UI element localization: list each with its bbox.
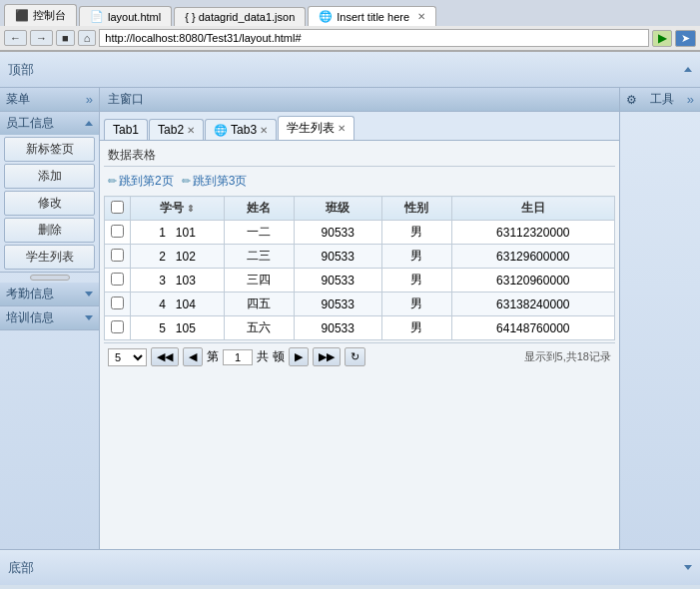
main-tab-3[interactable]: 🌐 Tab3 ✕ bbox=[205, 119, 277, 140]
row-num: 1 101 bbox=[131, 221, 225, 245]
stop-button[interactable]: ■ bbox=[56, 30, 75, 46]
row-gender: 男 bbox=[381, 221, 451, 245]
goto-page2-link[interactable]: 跳到第2页 bbox=[108, 173, 174, 190]
page-prefix: 第 bbox=[207, 348, 219, 365]
prev-page-button[interactable]: ◀ bbox=[183, 347, 203, 366]
employee-section-label: 员工信息 bbox=[6, 115, 54, 132]
row-checkbox-cell bbox=[105, 269, 131, 293]
select-all-checkbox[interactable] bbox=[111, 201, 124, 214]
row-num: 2 102 bbox=[131, 245, 225, 269]
forward-button[interactable]: → bbox=[30, 30, 53, 46]
row-num: 3 103 bbox=[131, 269, 225, 293]
last-page-button[interactable]: ▶▶ bbox=[313, 347, 341, 366]
row-checkbox[interactable] bbox=[111, 225, 124, 238]
pagination: 5 10 20 50 ◀◀ ◀ 第 共 顿 ▶ ▶▶ ↻ 显示到5,共18记录 bbox=[104, 342, 615, 370]
table-row: 4 104 四五 90533 男 63138240000 bbox=[105, 293, 615, 316]
table-row: 2 102 二三 90533 男 63129600000 bbox=[105, 245, 615, 269]
main-tab-3-icon: 🌐 bbox=[214, 124, 228, 137]
row-class: 90533 bbox=[294, 221, 381, 245]
layout-tab-icon: 📄 bbox=[90, 10, 104, 23]
col-header-birthday: 生日 bbox=[451, 197, 614, 221]
action-bar: 跳到第2页 跳到第3页 bbox=[104, 171, 615, 192]
bottom-bar-expand-icon[interactable] bbox=[684, 565, 692, 570]
main-tab-2[interactable]: Tab2 ✕ bbox=[149, 119, 204, 140]
student-list-button[interactable]: 学生列表 bbox=[4, 245, 95, 270]
col-header-checkbox bbox=[105, 197, 131, 221]
table-header-row: 学号 ⇕ 姓名 班级 性别 生日 bbox=[105, 197, 615, 221]
total-pages-label: 共 bbox=[257, 348, 269, 365]
main-window: 主窗口 Tab1 Tab2 ✕ 🌐 Tab3 ✕ 学生列表 ✕ bbox=[100, 88, 620, 549]
new-tab-button[interactable]: 新标签页 bbox=[4, 137, 95, 162]
table-row: 5 105 五六 90533 男 64148760000 bbox=[105, 316, 615, 340]
sidebar-section-attendance-header[interactable]: 考勤信息 bbox=[0, 283, 99, 305]
browser-tab-layout[interactable]: 📄 layout.html bbox=[79, 6, 172, 26]
browser-tab-active[interactable]: 🌐 Insert title here ✕ bbox=[308, 6, 436, 26]
main-tab-4[interactable]: 学生列表 ✕ bbox=[278, 116, 354, 140]
top-bar-collapse-icon[interactable] bbox=[684, 67, 692, 72]
tools-icon: ⚙ bbox=[626, 93, 637, 107]
sidebar-section-training: 培训信息 bbox=[0, 306, 99, 330]
row-checkbox[interactable] bbox=[111, 249, 124, 262]
first-page-button[interactable]: ◀◀ bbox=[151, 347, 179, 366]
row-checkbox-cell bbox=[105, 245, 131, 269]
main-tab-1[interactable]: Tab1 bbox=[104, 119, 148, 140]
row-checkbox[interactable] bbox=[111, 320, 124, 333]
tools-header: ⚙ 工具 » bbox=[620, 88, 700, 112]
active-tab-close[interactable]: ✕ bbox=[417, 11, 425, 22]
browser-tab-console[interactable]: ⬛ 控制台 bbox=[4, 4, 77, 26]
main-tab-2-close[interactable]: ✕ bbox=[187, 125, 195, 136]
row-checkbox-cell bbox=[105, 293, 131, 316]
delete-button[interactable]: 删除 bbox=[4, 218, 95, 243]
bottom-bar: 底部 bbox=[0, 549, 700, 585]
employee-section-toggle-icon[interactable] bbox=[85, 121, 93, 126]
data-table: 学号 ⇕ 姓名 班级 性别 生日 1 101 一二 bbox=[104, 196, 615, 340]
row-class: 90533 bbox=[294, 269, 381, 293]
sidebar-section-training-header[interactable]: 培训信息 bbox=[0, 306, 99, 329]
sidebar-section-employee: 员工信息 新标签页 添加 修改 删除 学生列表 bbox=[0, 112, 99, 273]
home-button[interactable]: ⌂ bbox=[78, 30, 97, 46]
url-input[interactable] bbox=[99, 29, 649, 47]
row-name: 四五 bbox=[224, 293, 294, 316]
main-content: 数据表格 跳到第2页 跳到第3页 学号 ⇕ bbox=[100, 141, 619, 549]
main-tab-3-close[interactable]: ✕ bbox=[260, 125, 268, 136]
row-gender: 男 bbox=[381, 245, 451, 269]
main-window-header: 主窗口 bbox=[100, 88, 619, 112]
row-gender: 男 bbox=[381, 293, 451, 316]
page-size-select[interactable]: 5 10 20 50 bbox=[108, 348, 147, 366]
sidebar-scroll bbox=[0, 273, 99, 283]
attendance-section-label: 考勤信息 bbox=[6, 286, 54, 302]
add-button[interactable]: 添加 bbox=[4, 164, 95, 189]
next-page-button[interactable]: ▶ bbox=[289, 347, 309, 366]
col-header-name: 姓名 bbox=[224, 197, 294, 221]
tools-panel: ⚙ 工具 » bbox=[620, 88, 700, 549]
row-class: 90533 bbox=[294, 316, 381, 340]
nav-arrow-button[interactable]: ➤ bbox=[675, 30, 696, 47]
row-birthday: 63112320000 bbox=[451, 221, 614, 245]
sort-icon[interactable]: ⇕ bbox=[187, 204, 195, 214]
browser-tab-bar: ⬛ 控制台 📄 layout.html { } datagrid_data1.j… bbox=[0, 0, 700, 26]
page-number-input[interactable] bbox=[223, 349, 253, 365]
attendance-section-toggle-icon[interactable] bbox=[85, 292, 93, 296]
row-num: 5 105 bbox=[131, 316, 225, 340]
main-tab-4-label: 学生列表 bbox=[287, 120, 335, 137]
sidebar-section-employee-header[interactable]: 员工信息 bbox=[0, 112, 99, 135]
goto-page3-link[interactable]: 跳到第3页 bbox=[182, 173, 248, 190]
main-tab-2-label: Tab2 bbox=[158, 123, 184, 137]
go-button[interactable]: ▶ bbox=[652, 30, 672, 47]
main-tab-1-label: Tab1 bbox=[113, 123, 139, 137]
main-tab-3-label: Tab3 bbox=[231, 123, 257, 137]
row-checkbox[interactable] bbox=[111, 296, 124, 309]
training-section-toggle-icon[interactable] bbox=[85, 315, 93, 320]
row-checkbox[interactable] bbox=[111, 273, 124, 286]
sidebar-scrollbar[interactable] bbox=[30, 275, 70, 281]
row-class: 90533 bbox=[294, 245, 381, 269]
col-header-id: 学号 ⇕ bbox=[131, 197, 225, 221]
main-tab-4-close[interactable]: ✕ bbox=[338, 123, 346, 134]
browser-chrome: ⬛ 控制台 📄 layout.html { } datagrid_data1.j… bbox=[0, 0, 700, 52]
tools-expand-icon[interactable]: » bbox=[687, 92, 694, 107]
refresh-button[interactable]: ↻ bbox=[345, 347, 365, 366]
back-button[interactable]: ← bbox=[4, 30, 27, 46]
browser-tab-json[interactable]: { } datagrid_data1.json bbox=[174, 7, 306, 26]
sidebar-expand-icon[interactable]: » bbox=[86, 92, 93, 107]
edit-button[interactable]: 修改 bbox=[4, 191, 95, 216]
